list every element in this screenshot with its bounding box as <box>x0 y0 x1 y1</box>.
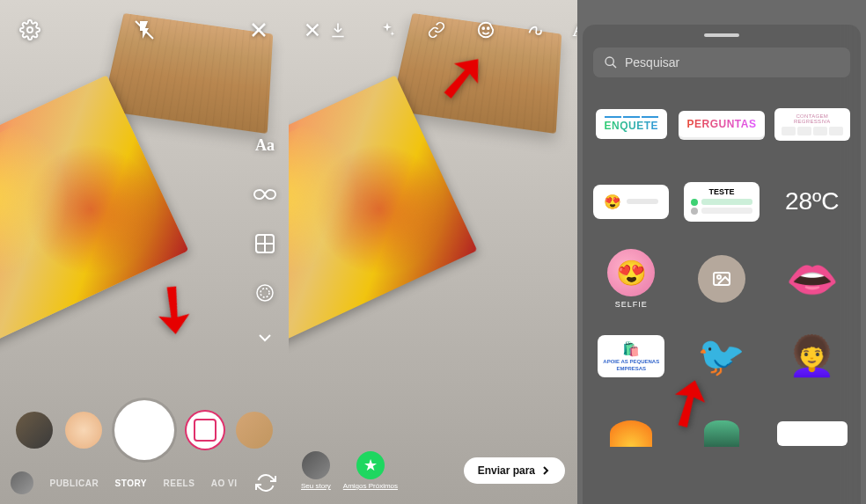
svg-point-7 <box>257 285 273 301</box>
close-icon[interactable] <box>303 14 322 46</box>
sticker-enquete-label: ENQUETE <box>605 120 659 132</box>
draw-icon[interactable] <box>519 14 551 46</box>
filter-carousel[interactable] <box>0 400 289 460</box>
edit-tools-group: Aa <box>322 14 577 46</box>
sticker-gallery[interactable] <box>679 248 766 310</box>
annotation-arrow: ➘ <box>132 265 218 354</box>
camera-story-panel: Aa ➘ PUBLICAR STORY REELS AO VI <box>0 0 289 504</box>
settings-icon[interactable] <box>14 14 46 46</box>
svg-point-12 <box>488 27 489 29</box>
download-icon[interactable] <box>322 14 354 46</box>
send-to-label: Enviar para <box>478 464 535 477</box>
your-story-button[interactable]: Seu story <box>301 451 331 490</box>
svg-point-0 <box>27 27 33 33</box>
switch-camera-icon[interactable] <box>253 471 278 495</box>
svg-line-14 <box>613 64 616 68</box>
plant-icon <box>704 420 739 447</box>
your-story-label: Seu story <box>301 482 331 490</box>
sticker-support-biz[interactable]: 🛍️ APOIE AS PEQUENAS EMPRESAS <box>593 325 670 387</box>
sticker-generic[interactable] <box>774 403 850 464</box>
sticker-support-label: APOIE AS PEQUENAS EMPRESAS <box>603 359 659 371</box>
sticker-woman[interactable]: 👩‍🦱 <box>774 325 850 387</box>
selfie-icon: 😍 <box>607 249 655 296</box>
sticker-countdown[interactable]: CONTAGEM REGRESSIVA <box>774 93 850 155</box>
layout-icon[interactable] <box>252 230 278 257</box>
sticker-slider[interactable]: 😍 <box>593 171 670 232</box>
multi-capture-icon[interactable] <box>252 280 278 306</box>
camera-top-controls <box>0 14 289 46</box>
filter-option[interactable] <box>187 412 224 449</box>
svg-point-16 <box>717 275 721 279</box>
send-to-button[interactable]: Enviar para <box>464 457 565 484</box>
tray-handle[interactable] <box>704 33 739 37</box>
sticker-perguntas-label: PERGUNTAS <box>687 118 757 130</box>
close-friends-label: Amigos Próximos <box>343 482 398 490</box>
shutter-button[interactable] <box>114 400 174 460</box>
effects-icon[interactable] <box>371 14 403 46</box>
svg-point-11 <box>482 27 484 29</box>
sticker-plant[interactable] <box>679 403 766 464</box>
mouth-icon: 👄 <box>786 254 839 304</box>
bird-icon: 🐦 <box>697 333 745 379</box>
gallery-thumb[interactable] <box>11 471 33 494</box>
avatar <box>302 451 330 479</box>
sticker-sun[interactable] <box>593 403 670 464</box>
search-icon <box>604 55 618 69</box>
sticker-quiz-label: TESTE <box>691 187 752 196</box>
filter-option[interactable] <box>65 412 102 449</box>
text-tool-icon[interactable]: Aa <box>569 14 577 46</box>
sticker-enquete[interactable]: ENQUETE <box>593 93 670 155</box>
mode-aovivo[interactable]: AO VI <box>211 478 238 488</box>
edit-top-toolbar: Aa <box>289 14 577 46</box>
story-edit-panel: Aa ➚ Seu story ★ Amigos Próximos Enviar … <box>289 0 577 504</box>
sticker-mouth[interactable]: 👄 <box>774 248 850 310</box>
sticker-selfie[interactable]: 😍 SELFIE <box>593 248 670 310</box>
edit-bottom-area: Seu story ★ Amigos Próximos Enviar para <box>289 451 577 490</box>
search-placeholder: Pesquisar <box>625 55 679 69</box>
sticker-perguntas[interactable]: PERGUNTAS <box>679 93 766 155</box>
sticker-tray-panel: Pesquisar ENQUETE PERGUNTAS CONTAGEM REG… <box>577 0 866 504</box>
boomerang-icon[interactable] <box>252 181 278 208</box>
generic-box <box>777 421 848 446</box>
sun-icon <box>610 420 652 447</box>
sticker-tray: Pesquisar ENQUETE PERGUNTAS CONTAGEM REG… <box>583 25 861 504</box>
flash-off-icon[interactable] <box>128 14 160 46</box>
filter-option[interactable] <box>236 412 273 449</box>
sticker-temperature[interactable]: 28ºC <box>774 171 850 232</box>
text-tool-icon[interactable]: Aa <box>252 132 278 158</box>
sticker-search-input[interactable]: Pesquisar <box>593 47 850 77</box>
chevron-down-icon[interactable] <box>256 332 274 343</box>
woman-icon: 👩‍🦱 <box>788 333 836 379</box>
mode-reels[interactable]: REELS <box>163 478 194 488</box>
link-icon[interactable] <box>421 14 452 46</box>
sticker-bird[interactable]: 🐦 <box>679 325 766 387</box>
mode-selector: PUBLICAR STORY REELS AO VI <box>0 471 289 495</box>
close-friends-icon: ★ <box>356 451 385 479</box>
heart-eyes-emoji: 😍 <box>604 194 621 210</box>
close-friends-button[interactable]: ★ Amigos Próximos <box>343 451 398 490</box>
mode-story[interactable]: STORY <box>115 478 147 488</box>
camera-bottom-area: PUBLICAR STORY REELS AO VI <box>0 400 289 504</box>
sticker-quiz[interactable]: TESTE <box>679 171 766 232</box>
gallery-icon <box>698 255 745 303</box>
sticker-selfie-label: SELFIE <box>615 300 648 309</box>
close-icon[interactable] <box>243 14 275 46</box>
mode-publicar[interactable]: PUBLICAR <box>49 478 99 488</box>
sticker-icon[interactable] <box>470 14 502 46</box>
filter-option[interactable] <box>16 412 53 449</box>
camera-right-tools: Aa <box>252 132 278 343</box>
sticker-grid: ENQUETE PERGUNTAS CONTAGEM REGRESSIVA 😍 <box>593 93 850 464</box>
bag-icon: 🛍️ <box>622 340 640 357</box>
svg-point-13 <box>605 57 613 65</box>
sticker-temperature-label: 28ºC <box>785 187 840 215</box>
svg-point-8 <box>261 289 269 297</box>
sticker-countdown-label: CONTAGEM REGRESSIVA <box>782 113 843 124</box>
